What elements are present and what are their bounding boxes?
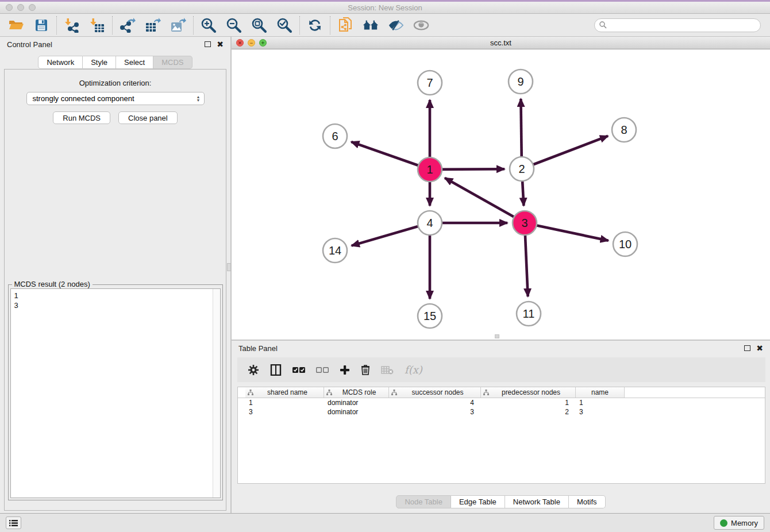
clone-network-icon[interactable]: [337, 17, 353, 33]
column-header-successor-nodes[interactable]: successor nodes: [389, 387, 481, 398]
zoom-selected-icon[interactable]: [276, 17, 292, 33]
tab-motifs[interactable]: Motifs: [569, 495, 606, 508]
column-type-icon: [483, 390, 489, 395]
app-titlebar: Session: New Session: [0, 2, 770, 14]
memory-status-icon: [720, 519, 727, 527]
graph-node-label: 3: [521, 217, 528, 229]
column-type-icon: [326, 390, 332, 395]
graph-node-label: 7: [426, 76, 433, 89]
search-box[interactable]: [594, 18, 761, 32]
graph-edge-3-1[interactable]: [445, 178, 525, 223]
column-header-predecessor-nodes[interactable]: predecessor nodes: [481, 387, 576, 398]
tab-network[interactable]: Network: [38, 56, 83, 69]
delete-table-icon[interactable]: [381, 365, 394, 375]
tab-edge-table[interactable]: Edge Table: [451, 495, 505, 508]
network-canvas[interactable]: 1234678910111415: [232, 49, 770, 340]
table-cell[interactable]: 1: [576, 398, 625, 407]
network-graph: 1234678910111415: [232, 49, 769, 340]
column-header-name[interactable]: name: [576, 387, 625, 398]
table-cell[interactable]: 4: [389, 398, 481, 407]
import-network-icon[interactable]: [64, 17, 80, 33]
table-cell[interactable]: 3: [389, 407, 481, 417]
first-neighbors-icon[interactable]: [363, 17, 379, 33]
graph-node-label: 6: [332, 130, 338, 142]
memory-label: Memory: [731, 519, 758, 527]
show-columns-icon[interactable]: [270, 364, 282, 376]
result-scrollbar[interactable]: [213, 289, 220, 498]
function-builder-icon[interactable]: f(x): [405, 364, 422, 376]
float-table-panel-icon[interactable]: [744, 345, 750, 351]
create-column-plus-icon[interactable]: [340, 365, 350, 375]
column-header-MCDS-role[interactable]: MCDS role: [324, 387, 389, 398]
tab-mcds[interactable]: MCDS: [153, 56, 192, 69]
close-panel-icon[interactable]: ✖: [217, 41, 224, 47]
table-cell[interactable]: 1: [245, 398, 324, 407]
refresh-layout-icon[interactable]: [307, 17, 323, 33]
select-all-columns-icon[interactable]: [292, 367, 305, 373]
show-all-icon[interactable]: [413, 17, 429, 33]
import-table-icon[interactable]: [89, 17, 105, 33]
criterion-select[interactable]: strongly connected component ▲▼: [26, 92, 205, 105]
delete-column-trash-icon[interactable]: [361, 364, 370, 375]
close-panel-button[interactable]: Close panel: [118, 111, 178, 124]
status-bar: Memory: [0, 513, 770, 532]
hide-selected-icon[interactable]: [388, 17, 404, 33]
deselect-all-columns-icon[interactable]: [316, 367, 329, 373]
table-cell[interactable]: dominator: [324, 407, 389, 417]
zoom-fit-icon[interactable]: [251, 17, 267, 33]
graph-node-label: 15: [424, 310, 436, 322]
table-cell[interactable]: 1: [481, 398, 576, 407]
search-input[interactable]: [610, 21, 756, 29]
graph-edge-3-10[interactable]: [525, 223, 609, 241]
export-image-icon[interactable]: [170, 17, 186, 33]
search-icon: [599, 21, 607, 29]
save-session-icon[interactable]: [33, 17, 49, 33]
close-table-panel-icon[interactable]: ✖: [756, 345, 763, 351]
control-panel: Control Panel ✖ NetworkStyleSelectMCDS O…: [0, 37, 232, 513]
zoom-out-icon[interactable]: [226, 17, 242, 33]
graph-node-label: 14: [329, 244, 341, 257]
graph-node-label: 4: [426, 217, 433, 229]
table-panel-title: Table Panel: [238, 344, 278, 353]
table-cell[interactable]: 3: [245, 407, 324, 417]
zoom-in-icon[interactable]: [201, 17, 217, 33]
canvas-scrollbar-grip[interactable]: [495, 334, 499, 338]
graph-node-label: 9: [517, 75, 523, 88]
tab-node-table[interactable]: Node Table: [396, 495, 451, 508]
table-panel: Table Panel ✖: [232, 341, 770, 513]
column-header-label: successor nodes: [397, 388, 478, 396]
table-settings-gear-icon[interactable]: [248, 364, 259, 376]
control-panel-tabs: NetworkStyleSelectMCDS: [0, 56, 230, 69]
graph-node-label: 11: [523, 307, 535, 320]
session-title: Session: New Session: [0, 3, 770, 12]
graph-node-label: 1: [426, 163, 433, 176]
main-toolbar: [0, 14, 770, 37]
network-title: scc.txt: [232, 38, 770, 47]
splitter-grip[interactable]: [227, 263, 231, 271]
float-panel-icon[interactable]: [205, 41, 211, 47]
list-icon: [9, 519, 18, 527]
column-header-label: shared name: [253, 388, 321, 396]
column-header-label: predecessor nodes: [489, 388, 573, 396]
tab-network-table[interactable]: Network Table: [505, 495, 569, 508]
column-header-label: MCDS role: [332, 388, 386, 396]
run-mcds-button[interactable]: Run MCDS: [53, 111, 110, 124]
graph-edge-2-8[interactable]: [522, 136, 608, 169]
node-table: shared nameMCDS rolesuccessor nodesprede…: [237, 387, 765, 484]
mcds-result-box: MCDS result (2 nodes) 1 3: [8, 284, 223, 500]
table-cell[interactable]: dominator: [324, 398, 389, 407]
tab-select[interactable]: Select: [116, 56, 153, 69]
column-header-shared-name[interactable]: shared name: [245, 387, 324, 398]
mcds-result-values[interactable]: 1 3: [11, 289, 213, 498]
memory-button[interactable]: Memory: [714, 516, 764, 530]
open-session-icon[interactable]: [8, 17, 24, 33]
table-cell[interactable]: 3: [576, 407, 625, 417]
table-cell[interactable]: 2: [481, 407, 576, 417]
export-network-icon[interactable]: [120, 17, 136, 33]
column-type-icon: [248, 390, 253, 395]
export-table-icon[interactable]: [145, 17, 161, 33]
task-history-button[interactable]: [6, 516, 21, 529]
table-toolbar: f(x): [237, 357, 765, 382]
tab-style[interactable]: Style: [83, 56, 116, 69]
graph-node-label: 8: [621, 124, 627, 136]
